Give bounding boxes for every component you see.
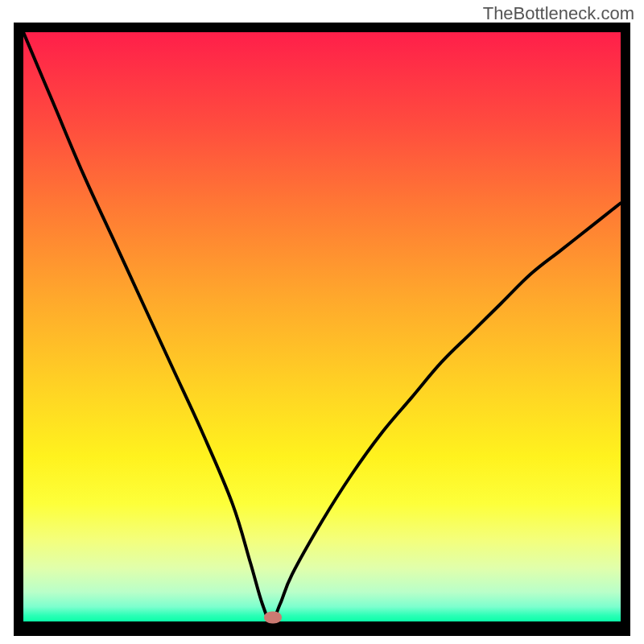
- optimum-marker: [264, 611, 282, 623]
- chart-container: TheBottleneck.com: [0, 0, 644, 644]
- plot-area: [23, 32, 621, 621]
- plot-frame: [14, 23, 630, 636]
- curve-svg: [23, 32, 621, 621]
- watermark-text: TheBottleneck.com: [483, 3, 634, 24]
- curve-path: [23, 32, 621, 621]
